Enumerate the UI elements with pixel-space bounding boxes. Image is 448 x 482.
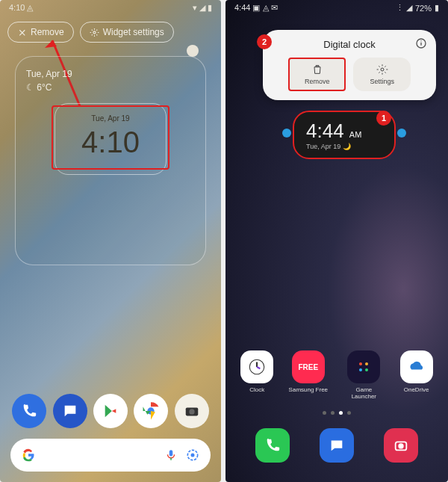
chrome-app[interactable]: [134, 394, 168, 428]
app-row: Clock FREE Samsung Free Game Launcher On…: [225, 350, 448, 400]
onedrive-app[interactable]: OneDrive: [400, 350, 433, 400]
search-bar[interactable]: [10, 439, 211, 472]
widget-selection-frame[interactable]: Tue, Apr 19 ☾ 6°C Tue, Apr 19 4:10: [15, 56, 206, 265]
svg-rect-7: [169, 450, 173, 456]
dock: [225, 428, 448, 463]
info-icon[interactable]: [415, 37, 427, 49]
clock-time: 4:10: [55, 126, 166, 159]
samsung-free-app[interactable]: FREE Samsung Free: [289, 350, 328, 400]
widget-time: 4:44 AM: [306, 120, 382, 143]
popup-remove-button[interactable]: Remove: [288, 58, 346, 91]
play-store-app[interactable]: [93, 394, 128, 428]
dock: [0, 394, 221, 428]
svg-point-13: [420, 40, 421, 41]
chrome-icon: [140, 401, 161, 421]
camera-icon: [184, 403, 200, 419]
trash-icon: [311, 64, 323, 75]
svg-point-14: [381, 68, 384, 71]
widget-edit-toolbar: Remove Widget settings: [0, 16, 221, 49]
clock-date: Tue, Apr 19: [55, 114, 166, 123]
phone-app[interactable]: [255, 428, 290, 463]
camera-app[interactable]: [175, 394, 209, 428]
weather-date: Tue, Apr 19: [26, 67, 195, 81]
status-icons: ▾ ◢ ▮: [193, 3, 212, 13]
mic-icon[interactable]: [164, 448, 178, 462]
remove-button[interactable]: Remove: [7, 22, 74, 43]
popup-settings-button[interactable]: Settings: [353, 58, 411, 91]
messages-app[interactable]: [53, 394, 87, 428]
camera-app[interactable]: [384, 428, 418, 463]
camera-icon: [393, 437, 409, 454]
svg-point-18: [359, 362, 362, 365]
annotation-badge-2: 2: [257, 34, 272, 49]
phone-icon: [21, 403, 37, 419]
svg-point-6: [189, 409, 194, 414]
messages-app[interactable]: [320, 428, 354, 463]
resize-handle-left[interactable]: [282, 129, 291, 138]
svg-point-10: [191, 454, 195, 457]
remove-label: Remove: [31, 27, 64, 37]
widget-date: Tue, Apr 19 🌙: [306, 143, 382, 150]
status-time: 4:10 ◬: [9, 3, 33, 13]
status-bar: 4:44 ▣ ◬ ✉ ⋮ ◢ 72%▮: [225, 0, 448, 16]
phone-app[interactable]: [12, 394, 46, 428]
popup-remove-label: Remove: [305, 78, 330, 85]
phone-icon: [264, 437, 281, 454]
svg-point-22: [398, 443, 403, 448]
svg-point-0: [93, 31, 96, 33]
weather-temp: ☾ 6°C: [26, 81, 195, 94]
game-icon: [355, 358, 373, 376]
pixel-screen: 4:10 ◬ ▾ ◢ ▮ Remove Widget settings Tue,…: [0, 0, 221, 482]
widget-settings-button[interactable]: Widget settings: [80, 22, 174, 43]
close-icon: [17, 28, 27, 37]
free-icon: FREE: [292, 350, 325, 383]
status-bar: 4:10 ◬ ▾ ◢ ▮: [0, 0, 221, 16]
popup-settings-label: Settings: [370, 78, 394, 85]
gear-icon: [90, 28, 99, 37]
gear-icon: [376, 64, 388, 75]
widget-context-menu: Digital clock Remove Settings: [263, 30, 436, 100]
clock-icon: [247, 357, 267, 377]
status-time: 4:44 ▣ ◬ ✉: [234, 3, 278, 13]
clock-app[interactable]: Clock: [240, 350, 273, 400]
annotation-badge-1: 1: [376, 111, 391, 126]
game-launcher-app[interactable]: Game Launcher: [343, 350, 385, 400]
samsung-screen: 4:44 ▣ ◬ ✉ ⋮ ◢ 72%▮ Digital clock Remove…: [225, 0, 448, 482]
clock-widget[interactable]: Tue, Apr 19 4:10: [55, 103, 167, 175]
cloud-icon: [406, 356, 427, 377]
lens-icon[interactable]: [185, 448, 200, 463]
page-indicator[interactable]: [225, 411, 448, 415]
svg-point-21: [365, 368, 368, 371]
status-icons: ⋮ ◢ 72%▮: [396, 3, 439, 13]
resize-handle-right[interactable]: [397, 129, 406, 138]
play-icon: [102, 403, 119, 419]
svg-point-20: [359, 368, 362, 371]
svg-point-19: [365, 362, 368, 365]
widget-settings-label: Widget settings: [103, 27, 164, 37]
weather-widget[interactable]: Tue, Apr 19 ☾ 6°C: [26, 67, 195, 94]
popup-title: Digital clock: [272, 37, 427, 58]
message-icon: [329, 437, 345, 454]
google-icon: [21, 448, 36, 463]
resize-handle[interactable]: [187, 45, 199, 57]
message-icon: [62, 403, 78, 419]
